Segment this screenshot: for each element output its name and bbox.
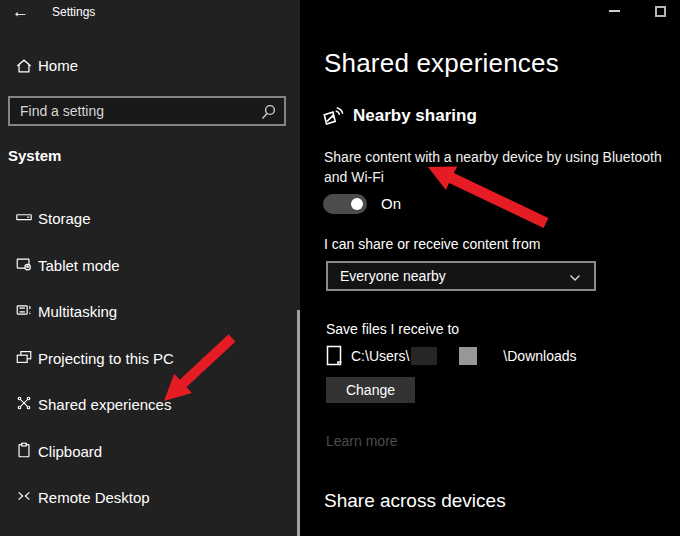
sidebar-item-tablet-mode[interactable]: Tablet mode — [0, 253, 300, 279]
share-from-dropdown[interactable]: Everyone nearby — [326, 261, 596, 291]
save-path-row: C:\Users\ \Downloads — [326, 345, 577, 367]
tablet-mode-icon — [15, 255, 33, 273]
remote-desktop-icon — [15, 487, 33, 505]
document-icon — [326, 345, 343, 367]
search-icon[interactable] — [258, 102, 278, 122]
clipboard-icon — [15, 441, 33, 459]
redacted-username-box — [411, 347, 437, 365]
path-suffix: \Downloads — [503, 348, 576, 364]
storage-icon — [15, 208, 33, 226]
sidebar-item-label: Shared experiences — [38, 396, 171, 413]
toggle-knob — [351, 198, 363, 210]
redacted-username-box-2 — [459, 347, 477, 365]
back-arrow-icon[interactable]: ← — [12, 2, 29, 22]
search-input[interactable] — [10, 98, 284, 124]
maximize-icon[interactable] — [655, 6, 666, 17]
save-files-label: Save files I receive to — [326, 321, 459, 337]
search-box[interactable] — [8, 96, 286, 126]
sidebar-item-clipboard[interactable]: Clipboard — [0, 439, 300, 465]
toggle-state-label: On — [381, 195, 401, 212]
sidebar-item-remote-desktop[interactable]: Remote Desktop — [0, 485, 300, 511]
share-from-label: I can share or receive content from — [324, 236, 540, 252]
settings-sidebar: ← Settings Home System Storage — [0, 0, 300, 536]
sidebar-item-projecting[interactable]: Projecting to this PC — [0, 346, 300, 372]
projecting-icon — [15, 348, 33, 366]
share-across-devices-heading: Share across devices — [324, 490, 506, 512]
sidebar-item-label: Storage — [38, 210, 91, 227]
sidebar-item-multitasking[interactable]: Multitasking — [0, 299, 300, 325]
dropdown-selected-value: Everyone nearby — [340, 268, 446, 284]
change-button[interactable]: Change — [326, 377, 415, 403]
sidebar-section-title: System — [8, 147, 61, 164]
multitasking-icon — [15, 301, 33, 319]
nearby-sharing-toggle[interactable] — [323, 194, 367, 214]
sidebar-item-storage[interactable]: Storage — [0, 206, 300, 232]
sidebar-item-label: Home — [38, 57, 78, 74]
sidebar-item-label: Tablet mode — [38, 257, 120, 274]
chevron-down-icon — [568, 271, 582, 285]
nearby-sharing-icon — [320, 104, 346, 130]
learn-more-link[interactable]: Learn more — [326, 433, 398, 449]
sidebar-item-label: Projecting to this PC — [38, 350, 174, 367]
section-heading: Nearby sharing — [353, 106, 477, 126]
sidebar-item-shared-experiences[interactable]: Shared experiences — [0, 392, 300, 418]
page-title: Shared experiences — [324, 48, 559, 79]
shared-experiences-panel: Shared experiences Nearby sharing Share … — [300, 0, 680, 536]
sidebar-item-home[interactable]: Home — [0, 54, 300, 80]
app-title: Settings — [52, 5, 95, 19]
sidebar-item-label: Clipboard — [38, 443, 102, 460]
sidebar-item-label: Multitasking — [38, 303, 117, 320]
nearby-sharing-description: Share content with a nearby device by us… — [324, 147, 680, 187]
sidebar-item-label: Remote Desktop — [38, 489, 150, 506]
shared-experiences-icon — [15, 394, 33, 412]
window-controls — [590, 0, 680, 28]
path-prefix: C:\Users\ — [351, 348, 409, 364]
home-icon — [15, 57, 33, 75]
minimize-icon[interactable] — [609, 10, 620, 12]
